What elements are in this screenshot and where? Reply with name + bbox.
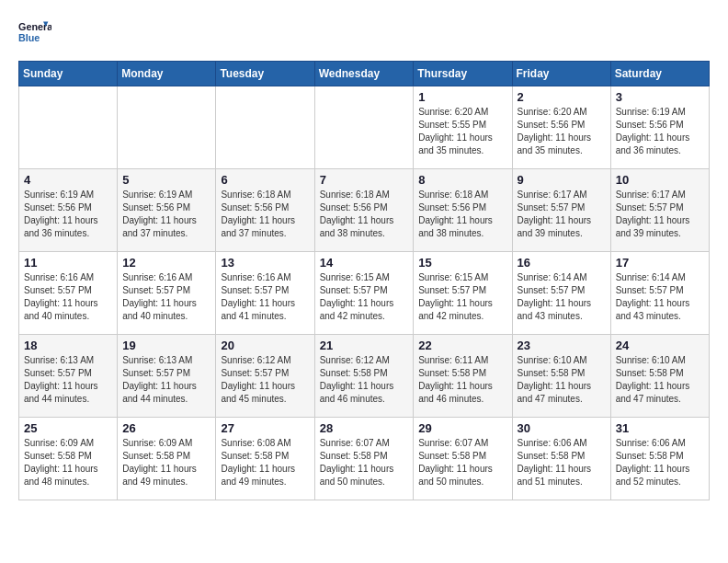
day-number: 22 (418, 339, 506, 352)
day-info: Sunrise: 6:10 AM Sunset: 5:58 PM Dayligh… (616, 354, 704, 406)
day-number: 6 (221, 173, 309, 187)
calendar-cell: 10Sunrise: 6:17 AM Sunset: 5:57 PM Dayli… (610, 169, 709, 252)
day-number: 14 (320, 256, 409, 270)
week-row-2: 4Sunrise: 6:19 AM Sunset: 5:56 PM Daylig… (19, 169, 710, 252)
day-info: Sunrise: 6:16 AM Sunset: 5:57 PM Dayligh… (221, 271, 309, 323)
day-number: 11 (24, 256, 112, 270)
day-number: 7 (320, 173, 409, 187)
day-info: Sunrise: 6:08 AM Sunset: 5:58 PM Dayligh… (221, 437, 309, 488)
calendar-cell: 26Sunrise: 6:09 AM Sunset: 5:58 PM Dayli… (118, 418, 216, 500)
calendar-cell (19, 86, 118, 169)
day-info: Sunrise: 6:09 AM Sunset: 5:58 PM Dayligh… (24, 437, 112, 488)
calendar-cell: 30Sunrise: 6:06 AM Sunset: 5:58 PM Dayli… (512, 418, 610, 500)
week-row-3: 11Sunrise: 6:16 AM Sunset: 5:57 PM Dayli… (19, 252, 710, 335)
day-info: Sunrise: 6:18 AM Sunset: 5:56 PM Dayligh… (320, 189, 409, 240)
day-number: 4 (24, 173, 112, 187)
day-number: 15 (418, 256, 506, 270)
day-number: 27 (221, 421, 309, 435)
calendar-cell (314, 86, 414, 169)
day-number: 12 (122, 256, 210, 270)
day-number: 17 (616, 256, 704, 270)
calendar-cell: 31Sunrise: 6:06 AM Sunset: 5:58 PM Dayli… (610, 418, 709, 500)
day-info: Sunrise: 6:06 AM Sunset: 5:58 PM Dayligh… (616, 437, 704, 488)
logo: GeneralBlue (18, 18, 55, 52)
calendar-cell: 21Sunrise: 6:12 AM Sunset: 5:58 PM Dayli… (314, 335, 414, 418)
page-header: GeneralBlue (18, 18, 710, 52)
calendar-cell: 12Sunrise: 6:16 AM Sunset: 5:57 PM Dayli… (118, 252, 216, 335)
day-info: Sunrise: 6:16 AM Sunset: 5:57 PM Dayligh… (24, 271, 112, 323)
day-info: Sunrise: 6:18 AM Sunset: 5:56 PM Dayligh… (418, 189, 506, 240)
calendar-cell: 20Sunrise: 6:12 AM Sunset: 5:57 PM Dayli… (216, 335, 314, 418)
day-info: Sunrise: 6:20 AM Sunset: 5:56 PM Dayligh… (518, 106, 606, 157)
day-number: 24 (616, 339, 704, 352)
weekday-header-monday: Monday (118, 62, 216, 86)
calendar-cell: 17Sunrise: 6:14 AM Sunset: 5:57 PM Dayli… (610, 252, 709, 335)
day-number: 8 (418, 173, 506, 187)
calendar-cell: 13Sunrise: 6:16 AM Sunset: 5:57 PM Dayli… (216, 252, 314, 335)
day-number: 25 (24, 421, 112, 435)
day-number: 18 (24, 339, 112, 352)
day-info: Sunrise: 6:13 AM Sunset: 5:57 PM Dayligh… (122, 354, 210, 406)
day-info: Sunrise: 6:19 AM Sunset: 5:56 PM Dayligh… (616, 106, 704, 157)
calendar-cell: 29Sunrise: 6:07 AM Sunset: 5:58 PM Dayli… (414, 418, 512, 500)
calendar-cell: 24Sunrise: 6:10 AM Sunset: 5:58 PM Dayli… (610, 335, 709, 418)
day-number: 16 (518, 256, 606, 270)
weekday-header-saturday: Saturday (610, 62, 709, 86)
day-number: 26 (122, 421, 210, 435)
day-info: Sunrise: 6:10 AM Sunset: 5:58 PM Dayligh… (518, 354, 606, 406)
calendar-cell: 7Sunrise: 6:18 AM Sunset: 5:56 PM Daylig… (314, 169, 414, 252)
calendar-cell: 8Sunrise: 6:18 AM Sunset: 5:56 PM Daylig… (414, 169, 512, 252)
day-number: 23 (518, 339, 606, 352)
day-info: Sunrise: 6:14 AM Sunset: 5:57 PM Dayligh… (518, 271, 606, 323)
calendar-cell: 6Sunrise: 6:18 AM Sunset: 5:56 PM Daylig… (216, 169, 314, 252)
day-info: Sunrise: 6:17 AM Sunset: 5:57 PM Dayligh… (616, 189, 704, 240)
calendar-cell: 14Sunrise: 6:15 AM Sunset: 5:57 PM Dayli… (314, 252, 414, 335)
day-info: Sunrise: 6:19 AM Sunset: 5:56 PM Dayligh… (122, 189, 210, 240)
calendar-cell: 23Sunrise: 6:10 AM Sunset: 5:58 PM Dayli… (512, 335, 610, 418)
day-info: Sunrise: 6:09 AM Sunset: 5:58 PM Dayligh… (122, 437, 210, 488)
day-number: 31 (616, 421, 704, 435)
day-info: Sunrise: 6:07 AM Sunset: 5:58 PM Dayligh… (418, 437, 506, 488)
calendar-cell: 18Sunrise: 6:13 AM Sunset: 5:57 PM Dayli… (19, 335, 118, 418)
day-number: 13 (221, 256, 309, 270)
calendar-cell: 3Sunrise: 6:19 AM Sunset: 5:56 PM Daylig… (610, 86, 709, 169)
day-info: Sunrise: 6:15 AM Sunset: 5:57 PM Dayligh… (320, 271, 409, 323)
calendar-cell: 28Sunrise: 6:07 AM Sunset: 5:58 PM Dayli… (314, 418, 414, 500)
calendar-cell (118, 86, 216, 169)
day-info: Sunrise: 6:13 AM Sunset: 5:57 PM Dayligh… (24, 354, 112, 406)
weekday-header-tuesday: Tuesday (216, 62, 314, 86)
calendar-cell: 4Sunrise: 6:19 AM Sunset: 5:56 PM Daylig… (19, 169, 118, 252)
day-number: 5 (122, 173, 210, 187)
day-info: Sunrise: 6:06 AM Sunset: 5:58 PM Dayligh… (518, 437, 606, 488)
week-row-5: 25Sunrise: 6:09 AM Sunset: 5:58 PM Dayli… (19, 418, 710, 500)
calendar-cell: 16Sunrise: 6:14 AM Sunset: 5:57 PM Dayli… (512, 252, 610, 335)
calendar-cell: 25Sunrise: 6:09 AM Sunset: 5:58 PM Dayli… (19, 418, 118, 500)
day-info: Sunrise: 6:07 AM Sunset: 5:58 PM Dayligh… (320, 437, 409, 488)
calendar-cell: 11Sunrise: 6:16 AM Sunset: 5:57 PM Dayli… (19, 252, 118, 335)
day-number: 30 (518, 421, 606, 435)
day-info: Sunrise: 6:14 AM Sunset: 5:57 PM Dayligh… (616, 271, 704, 323)
day-number: 1 (418, 90, 506, 104)
day-number: 28 (320, 421, 409, 435)
calendar-cell: 1Sunrise: 6:20 AM Sunset: 5:55 PM Daylig… (414, 86, 512, 169)
day-info: Sunrise: 6:12 AM Sunset: 5:57 PM Dayligh… (221, 354, 309, 406)
day-number: 19 (122, 339, 210, 352)
day-number: 3 (616, 90, 704, 104)
day-info: Sunrise: 6:20 AM Sunset: 5:55 PM Dayligh… (418, 106, 506, 157)
day-info: Sunrise: 6:18 AM Sunset: 5:56 PM Dayligh… (221, 189, 309, 240)
day-info: Sunrise: 6:17 AM Sunset: 5:57 PM Dayligh… (518, 189, 606, 240)
calendar-cell: 19Sunrise: 6:13 AM Sunset: 5:57 PM Dayli… (118, 335, 216, 418)
day-number: 20 (221, 339, 309, 352)
week-row-4: 18Sunrise: 6:13 AM Sunset: 5:57 PM Dayli… (19, 335, 710, 418)
day-number: 9 (518, 173, 606, 187)
calendar-cell (216, 86, 314, 169)
day-number: 29 (418, 421, 506, 435)
day-number: 21 (320, 339, 409, 352)
day-info: Sunrise: 6:16 AM Sunset: 5:57 PM Dayligh… (122, 271, 210, 323)
day-info: Sunrise: 6:15 AM Sunset: 5:57 PM Dayligh… (418, 271, 506, 323)
logo-icon: GeneralBlue (18, 18, 51, 52)
calendar-cell: 22Sunrise: 6:11 AM Sunset: 5:58 PM Dayli… (414, 335, 512, 418)
day-info: Sunrise: 6:19 AM Sunset: 5:56 PM Dayligh… (24, 189, 112, 240)
day-info: Sunrise: 6:12 AM Sunset: 5:58 PM Dayligh… (320, 354, 409, 406)
weekday-header-friday: Friday (512, 62, 610, 86)
